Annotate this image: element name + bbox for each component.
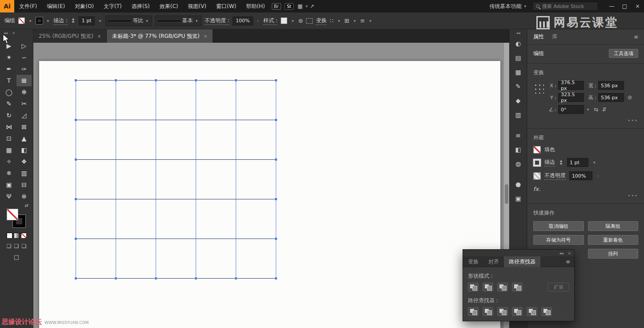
tab-close-icon[interactable]: × <box>204 34 207 39</box>
menu-type[interactable]: 文字(T) <box>99 0 127 12</box>
brush-definition-dropdown[interactable]: 基本 ▾ <box>155 16 202 26</box>
opacity-field[interactable]: 100% <box>233 16 253 25</box>
anchor-point[interactable] <box>195 79 197 81</box>
exclude-icon[interactable] <box>512 283 523 292</box>
save-as-symbol-button[interactable]: 存储为符号 <box>533 235 584 245</box>
dock-icon-stroke[interactable]: ≡ <box>512 130 524 141</box>
preferences-icon[interactable] <box>306 18 313 24</box>
tab-align[interactable]: 对齐 <box>483 256 504 267</box>
grid-line-vertical[interactable] <box>116 80 116 278</box>
document-tab-active[interactable]: 未标题-3* @ 77% (RGB/GPU 预览) × <box>107 29 213 43</box>
height-field[interactable]: 536 px <box>598 93 624 102</box>
grid-line-vertical[interactable] <box>276 80 276 278</box>
chevron-down-icon[interactable]: ▾ <box>352 19 357 23</box>
expand-button[interactable]: 扩展 <box>548 283 569 292</box>
color-button[interactable] <box>7 233 12 239</box>
tab-properties[interactable]: 属性 <box>533 33 544 40</box>
grid-line-horizontal[interactable] <box>76 80 276 81</box>
stroke-swatch[interactable] <box>533 159 541 166</box>
panel-close-icon[interactable]: × <box>568 251 571 255</box>
gradient-tool[interactable]: ◧ <box>16 144 32 156</box>
lasso-tool[interactable]: ∽ <box>16 52 32 63</box>
graphic-style-swatch[interactable] <box>281 17 287 24</box>
gradient-button[interactable] <box>14 233 20 239</box>
scrollbar-thumb[interactable] <box>505 184 508 204</box>
intersect-icon[interactable] <box>497 283 508 292</box>
selection-tool[interactable]: ▶ <box>1 40 16 52</box>
variable-width-profile-dropdown[interactable]: 等比 ▾ <box>105 16 152 26</box>
reference-point-selector[interactable] <box>533 83 544 93</box>
column-graph-tool[interactable]: ▥ <box>16 167 32 179</box>
stroke-weight-label[interactable]: 描边 : <box>53 17 68 25</box>
workspace-switcher[interactable]: 传统基本功能 ▾ <box>489 3 526 10</box>
chevron-right-icon[interactable]: › <box>596 174 600 178</box>
share-icon[interactable]: ↗ <box>310 3 314 9</box>
menu-object[interactable]: 对象(O) <box>70 0 99 12</box>
menu-select[interactable]: 选择(S) <box>127 0 155 12</box>
dock-icon-graphic-styles[interactable]: ▥ <box>512 109 524 121</box>
style-label[interactable]: 样式 : <box>263 17 278 25</box>
draw-inside-icon[interactable]: ❏ <box>21 243 26 249</box>
minus-back-icon[interactable] <box>541 307 552 316</box>
stroke-weight-field[interactable]: 1 pt <box>567 158 588 167</box>
chevron-down-icon[interactable]: ▾ <box>28 19 33 23</box>
width-tool[interactable]: ⋈ <box>1 121 16 133</box>
chevron-down-icon[interactable]: ▾ <box>46 19 51 23</box>
restore-button[interactable]: □ <box>618 0 631 12</box>
draw-normal-icon[interactable]: ❏ <box>7 243 12 249</box>
dock-icon-appearance[interactable]: ● <box>512 178 524 190</box>
anchor-point[interactable] <box>155 79 157 81</box>
arrange-documents-icon[interactable]: ▦ <box>298 3 302 9</box>
y-field[interactable]: 323.5 px <box>558 93 584 102</box>
menu-edit[interactable]: 编辑(E) <box>42 0 70 12</box>
arrange-button[interactable]: 排列 <box>588 249 639 259</box>
adobe-stock-search-input[interactable]: 搜索 Adobe Stock <box>532 2 598 11</box>
grid-line-vertical[interactable] <box>76 80 76 278</box>
canvas-area[interactable] <box>33 43 509 328</box>
crop-icon[interactable] <box>512 307 523 316</box>
chevron-down-icon[interactable]: ▾ <box>592 160 597 165</box>
direct-selection-tool[interactable]: ▷ <box>16 40 32 52</box>
dock-collapse-icon[interactable]: ◂◂ <box>516 29 520 36</box>
panel-close-icon[interactable]: × <box>12 31 16 35</box>
magic-wand-tool[interactable]: ✶ <box>1 52 16 63</box>
chevron-down-icon[interactable]: ▾ <box>98 19 103 23</box>
pencil-tool[interactable]: ✎ <box>1 98 16 109</box>
anchor-point[interactable] <box>115 79 117 81</box>
shape-builder-tool[interactable]: ⊡ <box>1 133 16 144</box>
anchor-point[interactable] <box>75 79 77 81</box>
align-objects-icon[interactable]: ∷ <box>330 17 333 24</box>
stepper-icon[interactable]: ↕ <box>71 17 76 24</box>
chevron-down-icon[interactable]: ▾ <box>337 19 342 23</box>
menu-file[interactable]: 文件(F) <box>14 0 42 12</box>
dock-icon-symbols[interactable]: ◆ <box>512 95 524 106</box>
stock-badge[interactable]: St <box>285 3 294 10</box>
dock-icon-gradient[interactable]: ◧ <box>512 144 524 155</box>
paintbrush-tool[interactable]: ✻ <box>16 86 32 98</box>
anchor-point[interactable] <box>75 158 77 161</box>
dock-icon-transparency[interactable]: ◍ <box>512 158 524 170</box>
anchor-point[interactable] <box>275 277 277 279</box>
document-tab[interactable]: 25% (RGB/GPU 预览) × <box>33 29 107 43</box>
grid-line-horizontal[interactable] <box>76 278 276 279</box>
anchor-point[interactable] <box>115 277 117 279</box>
fill-stroke-indicator[interactable] <box>6 209 27 229</box>
anchor-point[interactable] <box>275 158 277 161</box>
dock-icon-color-guide[interactable]: ▤ <box>512 52 524 64</box>
outline-icon[interactable] <box>527 307 537 316</box>
grid-line-horizontal[interactable] <box>76 239 276 239</box>
tab-transform[interactable]: 变换 <box>463 256 483 267</box>
chevron-down-icon[interactable]: ▾ <box>368 19 373 23</box>
rotate-tool[interactable]: ↻ <box>1 109 16 121</box>
ungroup-button[interactable]: 取消编组 <box>533 221 584 231</box>
type-tool[interactable]: T <box>1 75 16 86</box>
dock-icon-brushes[interactable]: ✎ <box>512 81 524 92</box>
flip-horizontal-icon[interactable]: ⇆ <box>594 106 599 113</box>
fill-none-indicator[interactable] <box>7 209 18 220</box>
anchor-point[interactable] <box>235 277 237 279</box>
chevron-down-icon[interactable]: ▾ <box>290 19 295 23</box>
dock-icon-layers[interactable]: ▣ <box>512 193 524 204</box>
tool-options-button[interactable]: 工具选项 <box>609 49 638 58</box>
recolor-button[interactable]: 重新着色 <box>588 235 639 245</box>
pen-tool[interactable]: ✒ <box>1 63 16 75</box>
